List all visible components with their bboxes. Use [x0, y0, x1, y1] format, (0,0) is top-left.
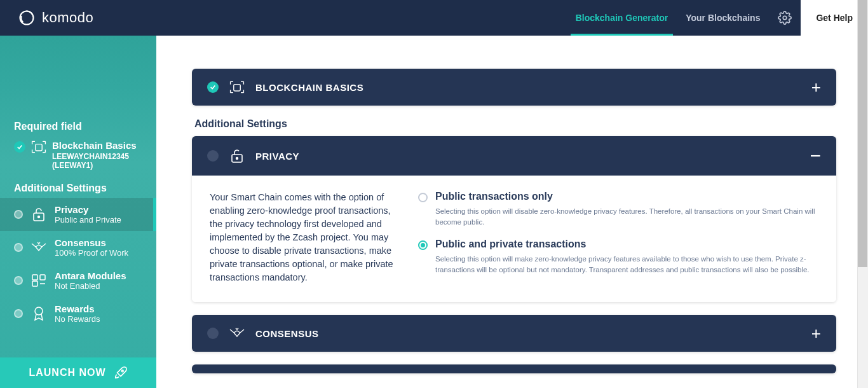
status-dot [207, 328, 219, 339]
privacy-description: Your Smart Chain comes with the option o… [210, 191, 400, 284]
status-dot [14, 243, 23, 252]
main-content: BLOCKCHAIN BASICS + Additional Settings … [156, 36, 868, 388]
sidebar-basics-title: Blockchain Basics [52, 140, 145, 151]
svg-point-9 [121, 370, 123, 372]
svg-rect-10 [234, 85, 240, 91]
sidebar-item-consensus[interactable]: Consensus100% Proof of Work [0, 231, 156, 264]
brand-logo: komodo [18, 9, 93, 27]
svg-point-8 [35, 307, 43, 315]
nav-your-blockchains[interactable]: Your Blockchains [677, 0, 769, 36]
sidebar-item-antara[interactable]: Antara ModulesNot Enabled [0, 264, 156, 297]
accordion-consensus: CONSENSUS + [192, 315, 836, 352]
chain-icon [31, 140, 47, 154]
collapse-icon: − [810, 146, 821, 165]
scrollbar-thumb[interactable] [858, 0, 867, 267]
status-dot [14, 276, 23, 285]
chain-icon [229, 79, 245, 95]
topbar: komodo Blockchain Generator Your Blockch… [0, 0, 868, 36]
rocket-icon [114, 366, 128, 380]
status-dot [14, 210, 23, 219]
sidebar-item-basics[interactable]: Blockchain Basics LEEWAYCHAIN12345 (LEEW… [14, 140, 145, 170]
check-badge [207, 81, 219, 93]
handshake-icon [31, 239, 47, 256]
settings-button[interactable] [769, 0, 801, 36]
radio-icon [418, 193, 428, 202]
expand-icon: + [811, 79, 821, 95]
additional-settings-label: Additional Settings [14, 183, 156, 194]
radio-icon [418, 240, 428, 250]
sidebar-basics-subtitle: LEEWAYCHAIN12345 (LEEWAY1) [52, 152, 145, 170]
sidebar-item-rewards[interactable]: RewardsNo Rewards [0, 297, 156, 330]
accordion-basics: BLOCKCHAIN BASICS + [192, 69, 836, 106]
accordion-basics-header[interactable]: BLOCKCHAIN BASICS + [192, 69, 836, 106]
svg-rect-7 [32, 281, 37, 286]
status-dot [14, 309, 23, 318]
svg-point-4 [38, 216, 40, 218]
required-field-label: Required field [14, 121, 145, 132]
sidebar-item-privacy[interactable]: PrivacyPublic and Private [0, 198, 156, 231]
accordion-privacy: PRIVACY − Your Smart Chain comes with th… [192, 136, 836, 302]
accordion-consensus-header[interactable]: CONSENSUS + [192, 315, 836, 352]
option-public-only[interactable]: Public transactions only Selecting this … [418, 191, 818, 227]
gear-icon [778, 11, 792, 25]
modules-icon [31, 272, 47, 289]
launch-now-button[interactable]: LAUNCH NOW [0, 357, 156, 388]
lock-icon [31, 206, 47, 223]
brand-name: komodo [42, 10, 93, 26]
svg-point-1 [783, 16, 787, 20]
check-badge [14, 141, 25, 153]
handshake-icon [229, 325, 245, 342]
award-icon [31, 305, 47, 322]
nav-blockchain-generator[interactable]: Blockchain Generator [567, 0, 677, 36]
additional-settings-heading: Additional Settings [194, 118, 836, 130]
accordion-privacy-header[interactable]: PRIVACY − [192, 136, 836, 176]
accordion-next-peek [192, 364, 836, 373]
svg-rect-6 [40, 275, 45, 280]
sidebar: Required field Blockchain Basics LEEWAYC… [0, 36, 156, 388]
status-dot [207, 150, 219, 162]
option-public-private[interactable]: Public and private transactions Selectin… [418, 239, 818, 275]
expand-icon: + [811, 325, 821, 342]
svg-rect-2 [36, 144, 42, 151]
komodo-logo-icon [18, 9, 36, 27]
lock-open-icon [229, 148, 245, 164]
svg-point-12 [236, 158, 238, 160]
svg-rect-5 [32, 275, 37, 280]
